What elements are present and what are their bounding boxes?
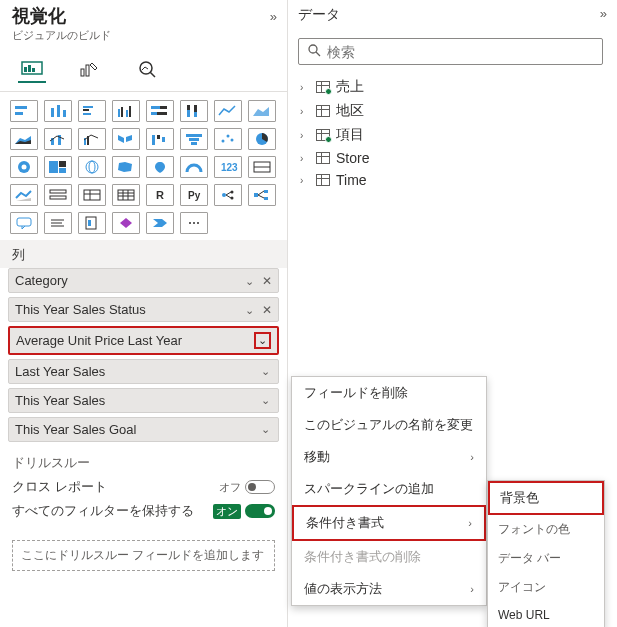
expand-icon[interactable]: › (300, 82, 310, 93)
slicer-icon[interactable] (44, 184, 72, 206)
stacked-area-icon[interactable] (10, 128, 38, 150)
kpi-icon[interactable] (10, 184, 38, 206)
funnel-icon[interactable] (180, 128, 208, 150)
svg-rect-23 (157, 112, 167, 115)
viz-gallery: 123 R Py (0, 92, 287, 240)
table-store[interactable]: ›Store (300, 147, 605, 169)
field-this-year-sales-status[interactable]: This Year Sales Status⌄✕ (8, 297, 279, 322)
analytics-tab[interactable] (134, 55, 162, 83)
search-box[interactable] (298, 38, 603, 65)
waterfall-icon[interactable] (146, 128, 174, 150)
field-this-year-sales[interactable]: This Year Sales⌄ (8, 388, 279, 413)
clustered-bar-icon[interactable] (78, 100, 106, 122)
line-clustered-column-icon[interactable] (78, 128, 106, 150)
ctx-conditional-formatting[interactable]: 条件付き書式› (292, 505, 486, 541)
table-icon[interactable] (78, 184, 106, 206)
columns-well: Category⌄✕ This Year Sales Status⌄✕ Aver… (0, 268, 287, 442)
power-automate-icon[interactable] (146, 212, 174, 234)
filled-map-icon[interactable] (112, 156, 140, 178)
svg-rect-79 (88, 220, 91, 226)
matrix-icon[interactable] (112, 184, 140, 206)
field-this-year-sales-goal[interactable]: This Year Sales Goal⌄ (8, 417, 279, 442)
donut-icon[interactable] (10, 156, 38, 178)
ctx-add-sparkline[interactable]: スパークラインの追加 (292, 473, 486, 505)
ribbon-chart-icon[interactable] (112, 128, 140, 150)
table-item[interactable]: ›項目 (300, 123, 605, 147)
table-time[interactable]: ›Time (300, 169, 605, 191)
svg-rect-2 (28, 65, 31, 72)
data-collapse-icon[interactable]: » (600, 6, 607, 24)
line-chart-icon[interactable] (214, 100, 242, 122)
field-last-year-sales[interactable]: Last Year Sales⌄ (8, 359, 279, 384)
drillthrough-section: ドリルスルー クロス レポート オフ すべてのフィルターを保持する オン (0, 446, 287, 534)
search-input[interactable] (327, 44, 594, 60)
area-chart-icon[interactable] (248, 100, 276, 122)
chevron-down-icon[interactable]: ⌄ (259, 394, 272, 407)
ctx-web-url[interactable]: Web URL (488, 602, 604, 627)
remove-icon[interactable]: ✕ (262, 274, 272, 288)
expand-icon[interactable]: › (300, 130, 310, 141)
ctx-rename-visual[interactable]: このビジュアルの名前を変更 (292, 409, 486, 441)
ctx-background-color[interactable]: 背景色 (488, 481, 604, 515)
stacked-column-100-icon[interactable] (180, 100, 208, 122)
scatter-icon[interactable] (214, 128, 242, 150)
svg-rect-4 (81, 69, 84, 76)
chevron-down-icon[interactable]: ⌄ (243, 304, 256, 316)
r-visual-icon[interactable]: R (146, 184, 174, 206)
table-icon (316, 129, 330, 141)
svg-rect-33 (157, 135, 160, 139)
chevron-down-icon[interactable]: ⌄ (259, 423, 272, 436)
map-icon[interactable] (78, 156, 106, 178)
chevron-right-icon: › (470, 583, 474, 595)
viz-collapse-icon[interactable]: » (270, 9, 277, 24)
azure-map-icon[interactable] (146, 156, 174, 178)
card-icon[interactable]: 123 (214, 156, 242, 178)
remove-icon[interactable]: ✕ (262, 303, 272, 317)
svg-line-72 (258, 191, 264, 195)
svg-rect-71 (264, 197, 268, 200)
qa-visual-icon[interactable] (10, 212, 38, 234)
get-more-visuals-icon[interactable] (180, 212, 208, 234)
py-visual-icon[interactable]: Py (180, 184, 208, 206)
expand-icon[interactable]: › (300, 175, 310, 186)
treemap-icon[interactable] (44, 156, 72, 178)
power-apps-icon[interactable] (112, 212, 140, 234)
ctx-font-color[interactable]: フォントの色 (488, 515, 604, 544)
drillthrough-drop-hint[interactable]: ここにドリルスルー フィールドを追加します (12, 540, 275, 571)
expand-icon[interactable]: › (300, 106, 310, 117)
svg-line-68 (226, 195, 231, 198)
stacked-bar-100-icon[interactable] (146, 100, 174, 122)
keep-filters-toggle[interactable] (245, 504, 275, 518)
smart-narrative-icon[interactable] (44, 212, 72, 234)
clustered-column-icon[interactable] (112, 100, 140, 122)
gauge-icon[interactable] (180, 156, 208, 178)
table-sales[interactable]: ›売上 (300, 75, 605, 99)
ctx-remove-field[interactable]: フィールドを削除 (292, 377, 486, 409)
ctx-data-bars[interactable]: データ バー (488, 544, 604, 573)
pie-icon[interactable] (248, 128, 276, 150)
table-district[interactable]: ›地区 (300, 99, 605, 123)
expand-icon[interactable]: › (300, 153, 310, 164)
svg-rect-36 (189, 138, 199, 141)
field-label: Average Unit Price Last Year (16, 333, 182, 348)
multi-card-icon[interactable] (248, 156, 276, 178)
decomposition-tree-icon[interactable] (248, 184, 276, 206)
ctx-icons[interactable]: アイコン (488, 573, 604, 602)
chevron-down-icon[interactable]: ⌄ (243, 275, 256, 287)
chevron-down-icon[interactable]: ⌄ (254, 332, 271, 349)
paginated-report-icon[interactable] (78, 212, 106, 234)
line-stacked-column-icon[interactable] (44, 128, 72, 150)
ctx-move[interactable]: 移動› (292, 441, 486, 473)
build-visual-tab[interactable] (18, 55, 46, 83)
ctx-show-value-as[interactable]: 値の表示方法› (292, 573, 486, 605)
format-visual-tab[interactable] (76, 55, 104, 83)
stacked-column-icon[interactable] (44, 100, 72, 122)
table-label: Store (336, 150, 369, 166)
key-influencers-icon[interactable] (214, 184, 242, 206)
cross-report-toggle[interactable] (245, 480, 275, 494)
field-category[interactable]: Category⌄✕ (8, 268, 279, 293)
columns-label: 列 (0, 240, 287, 268)
chevron-down-icon[interactable]: ⌄ (259, 365, 272, 378)
field-avg-unit-price-last-year[interactable]: Average Unit Price Last Year⌄ (8, 326, 279, 355)
stacked-bar-icon[interactable] (10, 100, 38, 122)
